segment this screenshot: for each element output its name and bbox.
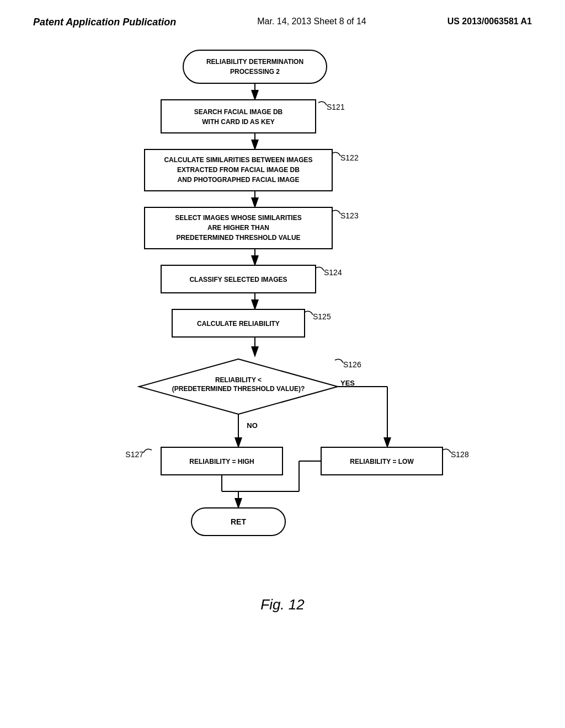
svg-text:S126: S126 xyxy=(343,360,361,369)
svg-text:RELIABILITY <: RELIABILITY < xyxy=(215,376,262,384)
svg-text:RELIABILITY = LOW: RELIABILITY = LOW xyxy=(350,458,414,465)
svg-text:PREDETERMINED THRESHOLD VALUE: PREDETERMINED THRESHOLD VALUE xyxy=(176,234,300,242)
svg-text:CALCULATE RELIABILITY: CALCULATE RELIABILITY xyxy=(197,320,280,328)
svg-text:RELIABILITY DETERMINATION: RELIABILITY DETERMINATION xyxy=(206,58,303,66)
header-right: US 2013/0063581 A1 xyxy=(447,17,532,26)
figure-caption-text: Fig. 12 xyxy=(260,596,305,613)
svg-text:RET: RET xyxy=(231,517,246,526)
svg-text:S123: S123 xyxy=(340,211,359,220)
svg-text:S121: S121 xyxy=(327,103,345,111)
page-header: Patent Application Publication Mar. 14, … xyxy=(0,0,565,28)
svg-text:AND PHOTOGRAPHED FACIAL IMAGE: AND PHOTOGRAPHED FACIAL IMAGE xyxy=(178,176,300,184)
svg-text:SEARCH FACIAL IMAGE DB: SEARCH FACIAL IMAGE DB xyxy=(194,108,283,116)
svg-text:S125: S125 xyxy=(313,312,331,321)
svg-text:YES: YES xyxy=(340,379,355,387)
svg-text:NO: NO xyxy=(247,421,258,430)
header-left: Patent Application Publication xyxy=(33,17,176,28)
svg-text:S124: S124 xyxy=(324,268,342,277)
svg-text:RELIABILITY = HIGH: RELIABILITY = HIGH xyxy=(189,458,254,465)
svg-text:S128: S128 xyxy=(451,450,469,459)
svg-text:CALCULATE SIMILARITIES BETWEEN: CALCULATE SIMILARITIES BETWEEN IMAGES xyxy=(164,156,312,164)
flowchart-container: RELIABILITY DETERMINATION PROCESSING 2 S… xyxy=(89,45,476,585)
header-center: Mar. 14, 2013 Sheet 8 of 14 xyxy=(257,17,366,26)
svg-rect-0 xyxy=(183,50,327,83)
svg-text:S122: S122 xyxy=(340,153,359,162)
figure-caption: Fig. 12 xyxy=(0,596,565,613)
svg-text:WITH CARD ID AS KEY: WITH CARD ID AS KEY xyxy=(202,118,275,126)
svg-text:PROCESSING 2: PROCESSING 2 xyxy=(230,68,280,76)
date-sheet-label: Mar. 14, 2013 Sheet 8 of 14 xyxy=(257,17,366,26)
svg-text:CLASSIFY SELECTED IMAGES: CLASSIFY SELECTED IMAGES xyxy=(189,276,287,283)
svg-text:(PREDETERMINED THRESHOLD VALUE: (PREDETERMINED THRESHOLD VALUE)? xyxy=(172,385,305,393)
svg-text:SELECT IMAGES WHOSE SIMILARITI: SELECT IMAGES WHOSE SIMILARITIES xyxy=(175,214,301,222)
svg-text:S127: S127 xyxy=(125,450,143,459)
publication-label: Patent Application Publication xyxy=(33,17,176,28)
flowchart-svg: RELIABILITY DETERMINATION PROCESSING 2 S… xyxy=(89,45,476,585)
svg-text:EXTRACTED FROM FACIAL IMAGE DB: EXTRACTED FROM FACIAL IMAGE DB xyxy=(177,166,300,174)
svg-text:ARE HIGHER THAN: ARE HIGHER THAN xyxy=(207,224,269,232)
patent-number-label: US 2013/0063581 A1 xyxy=(447,17,532,26)
svg-rect-4 xyxy=(161,100,316,133)
